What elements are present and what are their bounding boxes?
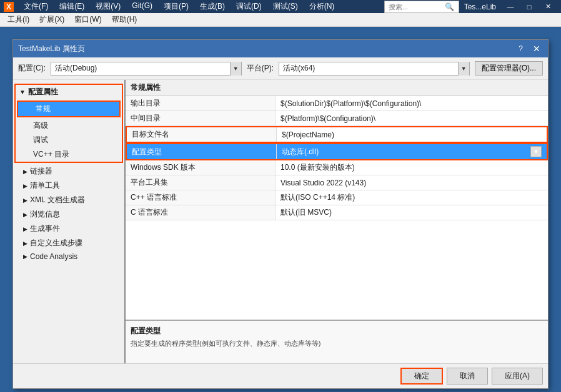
prop-value-target: $(ProjectName)	[277, 127, 547, 142]
config-type-value: 动态库(.dll)	[282, 147, 319, 157]
platform-label: 平台(P):	[247, 63, 274, 74]
menu-analyze[interactable]: 分析(N)	[304, 0, 340, 13]
prop-name-c-std: C 语言标准	[126, 205, 276, 220]
config-properties-header[interactable]: ▼ 配置属性	[16, 85, 122, 99]
menu-project[interactable]: 项目(P)	[159, 0, 194, 13]
item-manifest[interactable]: ▶ 清单工具	[13, 179, 124, 193]
search-input[interactable]	[389, 3, 445, 11]
item-advanced[interactable]: 高级	[16, 119, 122, 133]
title-bar: X 文件(F) 编辑(E) 视图(V) Git(G) 项目(P) 生成(B) 调…	[0, 0, 561, 13]
item-linker[interactable]: ▶ 链接器	[13, 164, 124, 179]
code-analysis-arrow: ▶	[23, 253, 27, 260]
xml-doc-label: XML 文档生成器	[30, 195, 85, 205]
platform-dropdown-value: 活动(x64)	[279, 63, 458, 74]
prop-value-c-std: 默认(旧 MSVC)	[276, 205, 548, 220]
xml-doc-arrow: ▶	[23, 197, 27, 203]
props-header: 常规属性	[126, 80, 548, 96]
ok-button[interactable]: 确定	[400, 368, 443, 385]
desc-title: 配置类型	[131, 326, 543, 336]
item-xml-doc[interactable]: ▶ XML 文档生成器	[13, 193, 124, 207]
config-dropdown[interactable]: 活动(Debug) ▼	[51, 62, 242, 76]
config-type-dropdown-arrow[interactable]: ▼	[530, 146, 542, 157]
left-panel: ▼ 配置属性 常规 高级 调试 VC++ 目录 ▶ 链接器	[13, 80, 126, 363]
table-row[interactable]: 输出目录 $(SolutionDir)$(Platform)\$(Configu…	[126, 96, 548, 111]
menu-bar2: 工具(I) 扩展(X) 窗口(W) 帮助(H)	[0, 13, 561, 27]
props-table: 输出目录 $(SolutionDir)$(Platform)\$(Configu…	[126, 96, 548, 320]
menu-window[interactable]: 窗口(W)	[69, 13, 106, 26]
table-row[interactable]: C++ 语言标准 默认(ISO C++14 标准)	[126, 190, 548, 205]
table-row-config-type[interactable]: 配置类型 动态库(.dll) ▼	[126, 143, 548, 160]
menu-extensions[interactable]: 扩展(X)	[34, 13, 69, 26]
main-content: ▼ 配置属性 常规 高级 调试 VC++ 目录 ▶ 链接器	[13, 80, 548, 363]
item-build-events[interactable]: ▶ 生成事件	[13, 222, 124, 236]
props-section-label: 常规属性	[131, 82, 161, 93]
platform-dropdown-arrow[interactable]: ▼	[458, 62, 469, 76]
config-properties-label: 配置属性	[28, 87, 58, 97]
build-events-label: 生成事件	[30, 223, 60, 234]
menu-test[interactable]: 测试(S)	[268, 0, 303, 13]
menu-debug[interactable]: 调试(D)	[231, 0, 267, 13]
minimize-button[interactable]: —	[501, 1, 520, 13]
config-manager-button[interactable]: 配置管理器(O)...	[475, 61, 543, 76]
item-custom-build[interactable]: ▶ 自定义生成步骤	[13, 236, 124, 250]
custom-build-label: 自定义生成步骤	[30, 238, 82, 248]
config-label: 配置(C):	[18, 63, 46, 74]
linker-arrow: ▶	[23, 169, 27, 175]
prop-value-config-type: 动态库(.dll) ▼	[277, 144, 547, 159]
dialog-title: TestMakeLib 属性页	[18, 44, 85, 54]
property-dialog: TestMakeLib 属性页 ? ✕ 配置(C): 活动(Debug) ▼ 平…	[12, 39, 549, 389]
prop-value-cpp-std: 默认(ISO C++14 标准)	[276, 190, 548, 205]
prop-value-intermediate: $(Platform)\$(Configuration)\	[276, 111, 548, 125]
item-general-label: 常规	[36, 104, 51, 113]
dialog-title-bar: TestMakeLib 属性页 ? ✕	[13, 40, 548, 57]
maximize-button[interactable]: □	[520, 1, 539, 13]
item-debug[interactable]: 调试	[16, 133, 122, 147]
item-general-selected[interactable]: 常规	[17, 100, 121, 117]
menu-help[interactable]: 帮助(H)	[107, 13, 142, 26]
prop-value-output: $(SolutionDir)$(Platform)\$(Configuratio…	[276, 96, 548, 110]
config-dropdown-value: 活动(Debug)	[51, 63, 230, 74]
menu-git[interactable]: Git(G)	[127, 0, 157, 13]
table-row[interactable]: 平台工具集 Visual Studio 2022 (v143)	[126, 175, 548, 190]
table-row[interactable]: Windows SDK 版本 10.0 (最新安装的版本)	[126, 160, 548, 175]
prop-name-output: 输出目录	[126, 96, 276, 110]
config-properties-section: ▼ 配置属性 常规 高级 调试 VC++ 目录	[14, 84, 123, 163]
prop-name-config-type: 配置类型	[127, 144, 277, 159]
config-dropdown-arrow[interactable]: ▼	[230, 62, 241, 76]
dialog-wrapper: TestMakeLib 属性页 ? ✕ 配置(C): 活动(Debug) ▼ 平…	[0, 27, 561, 392]
desc-text: 指定要生成的程序类型(例如可执行文件、静态库、动态库等等)	[131, 339, 543, 348]
prop-name-cpp-std: C++ 语言标准	[126, 190, 276, 205]
prop-name-toolset: 平台工具集	[126, 175, 276, 190]
item-code-analysis[interactable]: ▶ Code Analysis	[13, 250, 124, 263]
menu-view[interactable]: 视图(V)	[91, 0, 126, 13]
app-name-label: Tes...eLib	[464, 2, 496, 11]
platform-dropdown[interactable]: 活动(x64) ▼	[279, 62, 470, 76]
menu-build[interactable]: 生成(B)	[195, 0, 230, 13]
cancel-button[interactable]: 取消	[447, 368, 488, 385]
item-browse[interactable]: ▶ 浏览信息	[13, 207, 124, 222]
menu-tools[interactable]: 工具(I)	[2, 13, 34, 26]
prop-name-intermediate: 中间目录	[126, 111, 276, 125]
menu-file[interactable]: 文件(F)	[19, 0, 53, 13]
table-row[interactable]: C 语言标准 默认(旧 MSVC)	[126, 205, 548, 220]
browse-label: 浏览信息	[30, 209, 60, 220]
window-controls: — □ ✕	[501, 1, 557, 13]
prop-value-toolset: Visual Studio 2022 (v143)	[276, 175, 548, 190]
config-row: 配置(C): 活动(Debug) ▼ 平台(P): 活动(x64) ▼ 配置管理…	[13, 57, 548, 80]
dialog-close-button[interactable]: ✕	[530, 44, 543, 54]
item-vc-dirs[interactable]: VC++ 目录	[16, 147, 122, 162]
dialog-help-button[interactable]: ?	[519, 44, 523, 53]
prop-name-sdk: Windows SDK 版本	[126, 160, 276, 175]
search-box[interactable]: 🔍	[384, 1, 459, 13]
table-row[interactable]: 中间目录 $(Platform)\$(Configuration)\	[126, 111, 548, 126]
table-row[interactable]: 目标文件名 $(ProjectName)	[126, 126, 548, 143]
prop-name-target: 目标文件名	[127, 127, 277, 142]
menu-edit[interactable]: 编辑(E)	[54, 0, 89, 13]
right-panel: 常规属性 输出目录 $(SolutionDir)$(Platform)\$(Co…	[126, 80, 548, 363]
custom-build-arrow: ▶	[23, 240, 27, 247]
build-events-arrow: ▶	[23, 226, 27, 232]
title-bar-menu: 文件(F) 编辑(E) 视图(V) Git(G) 项目(P) 生成(B) 调试(…	[19, 0, 339, 13]
browse-arrow: ▶	[23, 212, 27, 218]
close-button[interactable]: ✕	[539, 1, 557, 13]
apply-button[interactable]: 应用(A)	[492, 368, 543, 385]
